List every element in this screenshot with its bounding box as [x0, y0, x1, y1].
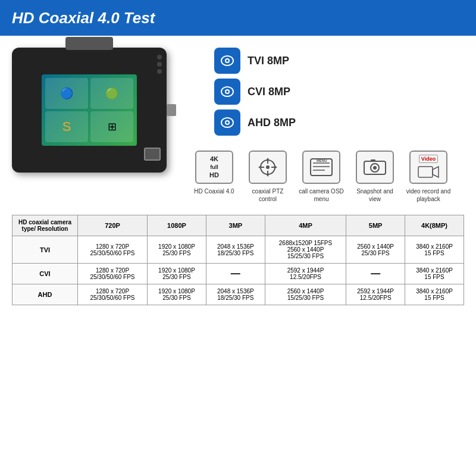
device-connector: [167, 104, 176, 116]
table-col-5mp: 5MP: [346, 215, 405, 236]
call-camera-icon-box: MENU: [302, 151, 340, 184]
screen-icon-2: 🟢: [90, 78, 133, 109]
table-cell-ahd-col4: 2592 x 1944P 12.5/20FPS: [346, 284, 405, 305]
svg-marker-18: [274, 165, 277, 169]
video-label: video record and playback: [405, 187, 452, 203]
hd-coaxial-label: HD Coaxial 4.0: [194, 187, 234, 195]
table-cell-ahd-col2: 2048 x 1536P 18/25/30 FPS: [206, 284, 265, 305]
device-btn-2: [157, 62, 162, 67]
features-right: TVI 8MP CVI 8MP: [190, 48, 464, 203]
feature-snapshot: Snapshot and view: [351, 151, 399, 203]
table-cell-cvi-col3: 2592 x 1944P 12.5/20FPS: [265, 264, 346, 284]
feature-ptz: coaxial PTZ control: [244, 151, 292, 203]
svg-point-8: [226, 121, 228, 124]
table-cell-tvi-col0: 1280 x 720P 25/30/50/60 FPS: [78, 236, 148, 264]
table-row: AHD1280 x 720P 25/30/50/60 FPS1920 x 108…: [12, 284, 464, 305]
page-title: HD Coaxial 4.0 Test: [12, 9, 155, 27]
svg-rect-27: [371, 159, 375, 162]
table-col-3mp: 3MP: [206, 215, 265, 236]
table-cell-tvi-col4: 2560 x 1440P 25/30 FPS: [346, 236, 405, 264]
feature-video: Video video record and playback: [405, 151, 452, 203]
table-row-type-tvi: TVI: [12, 236, 78, 264]
screen-icon-3: S: [45, 111, 88, 142]
video-icon-box: Video: [409, 151, 447, 184]
svg-marker-17: [258, 165, 261, 169]
camera-badge-ahd: AHD 8MP: [214, 109, 464, 136]
device-btn-1: [157, 55, 162, 60]
table-cell-cvi-col1: 1920 x 1080P 25/30 FPS: [148, 264, 206, 284]
hd-coaxial-icon-box: 4KfullHD: [195, 151, 233, 184]
snapshot-label: Snapshot and view: [351, 187, 399, 203]
coaxial-ptz-icon-box: [249, 151, 287, 184]
camera-badges: TVI 8MP CVI 8MP: [190, 48, 464, 136]
hd-coaxial-icon: 4KfullHD: [209, 155, 219, 179]
device-screen: 🔵 🟢 S ⊞: [42, 74, 137, 146]
table-cell-ahd-col5: 3840 x 2160P 15 FPS: [405, 284, 464, 305]
screen-icon-4: ⊞: [90, 111, 133, 142]
table-col-4k8mp: 4K(8MP): [405, 215, 464, 236]
snapshot-icon-box: [356, 151, 394, 184]
table-cell-cvi-col0: 1280 x 720P 25/30/50/60 FPS: [78, 264, 148, 284]
device-btn-3: [157, 69, 162, 74]
feature-icons-row: 4KfullHD HD Coaxial 4.0: [190, 151, 464, 203]
device-container: 🔵 🟢 S ⊞: [12, 48, 178, 173]
table-cell-tvi-col1: 1920 x 1080P 25/30 FPS: [148, 236, 206, 264]
device-buttons: [157, 55, 162, 74]
coaxial-ptz-label: coaxial PTZ control: [244, 187, 292, 203]
table-row: CVI1280 x 720P 25/30/50/60 FPS1920 x 108…: [12, 264, 464, 284]
table-cell-ahd-col1: 1920 x 1080P 25/30 FPS: [148, 284, 206, 305]
svg-point-14: [266, 165, 270, 169]
table-col-header: HD coaxial camera type/ Resolution: [12, 215, 78, 236]
table-row: TVI1280 x 720P 25/30/50/60 FPS1920 x 108…: [12, 236, 464, 264]
device-port: [144, 148, 161, 161]
table-row-type-ahd: AHD: [12, 284, 78, 305]
specs-table: HD coaxial camera type/ Resolution 720P …: [12, 215, 464, 305]
table-cell-ahd-col3: 2560 x 1440P 15/25/30 FPS: [265, 284, 346, 305]
table-cell-cvi-col4: —: [346, 264, 405, 284]
cvi-camera-icon: [214, 79, 240, 105]
table-cell-cvi-col2: —: [206, 264, 265, 284]
feature-hd-coaxial: 4KfullHD HD Coaxial 4.0: [190, 151, 238, 195]
svg-point-26: [373, 166, 377, 170]
tvi-label: TVI 8MP: [248, 55, 289, 67]
table-cell-tvi-col3: 2688x1520P 15FPS 2560 x 1440P 15/25/30 F…: [265, 236, 346, 264]
ahd-camera-icon: [214, 109, 240, 136]
device-strap: [65, 37, 113, 50]
table-row-type-cvi: CVI: [12, 264, 78, 284]
svg-marker-29: [433, 167, 439, 177]
table-col-1080p: 1080P: [148, 215, 206, 236]
table-col-720p: 720P: [78, 215, 148, 236]
table-cell-ahd-col0: 1280 x 720P 25/30/50/60 FPS: [78, 284, 148, 305]
svg-point-5: [226, 90, 228, 93]
feature-osd-menu: MENU call camera OSD menu: [298, 151, 345, 203]
table-section: HD coaxial camera type/ Resolution 720P …: [0, 209, 476, 311]
call-camera-label: call camera OSD menu: [298, 187, 345, 203]
table-cell-cvi-col5: 3840 x 2160P 15 FPS: [405, 264, 464, 284]
table-cell-tvi-col5: 3840 x 2160P 15 FPS: [405, 236, 464, 264]
camera-badge-tvi: TVI 8MP: [214, 48, 464, 74]
top-section: 🔵 🟢 S ⊞: [0, 36, 476, 209]
svg-rect-28: [418, 167, 433, 177]
page-header: HD Coaxial 4.0 Test: [0, 0, 476, 36]
screen-icon-1: 🔵: [45, 78, 88, 109]
tvi-camera-icon: [214, 48, 240, 74]
camera-badge-cvi: CVI 8MP: [214, 79, 464, 105]
svg-point-2: [226, 60, 228, 62]
table-cell-tvi-col2: 2048 x 1536P 18/25/30 FPS: [206, 236, 265, 264]
svg-marker-15: [266, 158, 270, 161]
svg-text:MENU: MENU: [317, 159, 327, 162]
header-diagonal-decoration: [161, 6, 184, 30]
device-image: 🔵 🟢 S ⊞: [12, 48, 167, 173]
svg-marker-16: [266, 174, 270, 177]
ahd-label: AHD 8MP: [248, 117, 296, 129]
table-col-4mp: 4MP: [265, 215, 346, 236]
cvi-label: CVI 8MP: [248, 86, 290, 98]
